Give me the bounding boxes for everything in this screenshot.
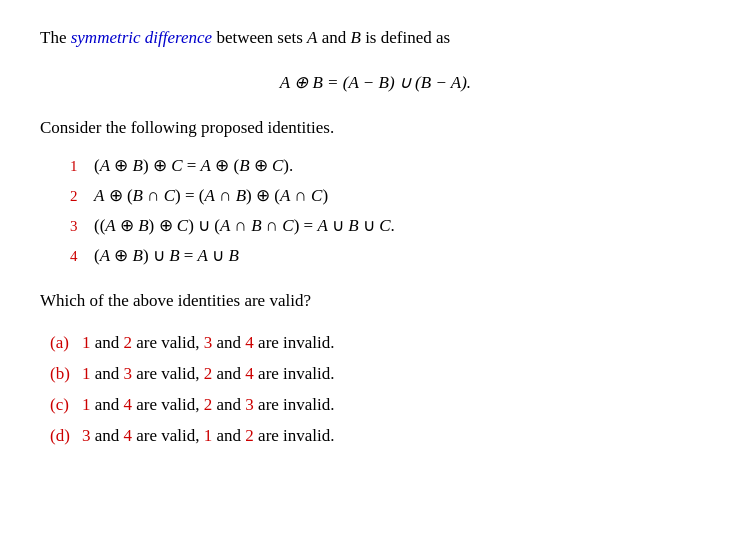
- options-list: (a) 1 and 2 are valid, 3 and 4 are inval…: [50, 329, 711, 450]
- option-b: (b) 1 and 3 are valid, 2 and 4 are inval…: [50, 360, 711, 387]
- identity-formula-1: (A ⊕ B) ⊕ C = A ⊕ (B ⊕ C).: [94, 152, 293, 179]
- option-label-a: (a): [50, 329, 78, 356]
- identity-formula-4: (A ⊕ B) ∪ B = A ∪ B: [94, 242, 239, 269]
- identity-number-4: 4: [70, 244, 88, 268]
- identity-number-3: 3: [70, 214, 88, 238]
- option-c: (c) 1 and 4 are valid, 2 and 3 are inval…: [50, 391, 711, 418]
- option-text-a: 1 and 2 are valid, 3 and 4 are invalid.: [82, 329, 335, 356]
- var-b-intro: B: [350, 28, 360, 47]
- option-text-b: 1 and 3 are valid, 2 and 4 are invalid.: [82, 360, 335, 387]
- identity-formula-2: A ⊕ (B ∩ C) = (A ∩ B) ⊕ (A ∩ C): [94, 182, 328, 209]
- option-text-c: 1 and 4 are valid, 2 and 3 are invalid.: [82, 391, 335, 418]
- identity-item-3: 3 ((A ⊕ B) ⊕ C) ∪ (A ∩ B ∩ C) = A ∪ B ∪ …: [70, 212, 711, 239]
- intro-paragraph: The symmetric difference between sets A …: [40, 24, 711, 51]
- identity-number-2: 2: [70, 184, 88, 208]
- option-label-d: (d): [50, 422, 78, 449]
- identity-item-2: 2 A ⊕ (B ∩ C) = (A ∩ B) ⊕ (A ∩ C): [70, 182, 711, 209]
- consider-text: Consider the following proposed identiti…: [40, 114, 711, 141]
- formula-display: A ⊕ B = (A − B) ∪ (B − A).: [280, 73, 471, 92]
- question-text: Which of the above identities are valid?: [40, 287, 711, 314]
- identity-item-4: 4 (A ⊕ B) ∪ B = A ∪ B: [70, 242, 711, 269]
- var-a-intro: A: [307, 28, 317, 47]
- option-label-c: (c): [50, 391, 78, 418]
- identity-item-1: 1 (A ⊕ B) ⊕ C = A ⊕ (B ⊕ C).: [70, 152, 711, 179]
- identity-formula-3: ((A ⊕ B) ⊕ C) ∪ (A ∩ B ∩ C) = A ∪ B ∪ C.: [94, 212, 395, 239]
- option-a: (a) 1 and 2 are valid, 3 and 4 are inval…: [50, 329, 711, 356]
- identity-number-1: 1: [70, 154, 88, 178]
- center-formula: A ⊕ B = (A − B) ∪ (B − A).: [40, 69, 711, 96]
- option-text-d: 3 and 4 are valid, 1 and 2 are invalid.: [82, 422, 335, 449]
- option-label-b: (b): [50, 360, 78, 387]
- option-d: (d) 3 and 4 are valid, 1 and 2 are inval…: [50, 422, 711, 449]
- italic-term: symmetric difference: [71, 28, 212, 47]
- identities-list: 1 (A ⊕ B) ⊕ C = A ⊕ (B ⊕ C). 2 A ⊕ (B ∩ …: [70, 152, 711, 270]
